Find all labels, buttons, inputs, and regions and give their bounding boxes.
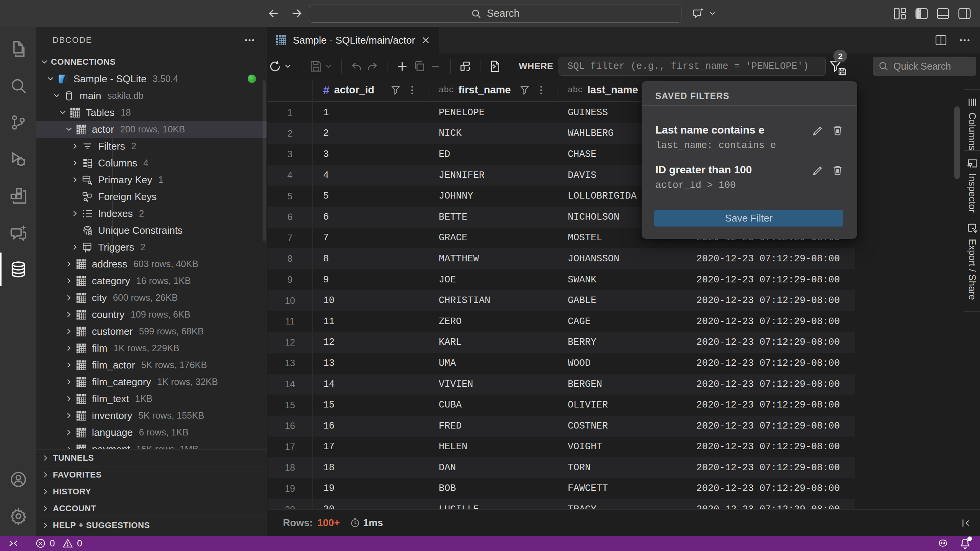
tree-item-category[interactable]: category16 rows, 1KB bbox=[36, 272, 267, 289]
redo-icon[interactable] bbox=[366, 60, 379, 73]
tree-item-actor[interactable]: actor200 rows, 10KB bbox=[36, 121, 267, 138]
cell-first_name[interactable]: HELEN bbox=[428, 441, 557, 452]
cell-actor_id[interactable]: 12 bbox=[312, 337, 428, 348]
cell-actor_id[interactable]: 11 bbox=[312, 316, 428, 327]
commit-changes-icon[interactable] bbox=[459, 60, 472, 73]
tree-item-unique-constraints[interactable]: Unique Constraints bbox=[36, 222, 267, 239]
cell-last_update[interactable]: 2020-12-23 07:12:29-08:00 bbox=[686, 399, 855, 411]
cell-last_update[interactable]: 2020-12-23 07:12:29-08:00 bbox=[686, 337, 855, 348]
sidebar-section-account[interactable]: ACCOUNT bbox=[36, 500, 267, 517]
cell-actor_id[interactable]: 13 bbox=[312, 358, 428, 369]
tree-item-address[interactable]: address603 rows, 40KB bbox=[36, 256, 267, 272]
tree-item-film-category[interactable]: film_category1K rows, 32KB bbox=[36, 373, 267, 390]
edit-filter-icon[interactable] bbox=[812, 165, 823, 176]
cell-last_name[interactable]: SWANK bbox=[557, 274, 686, 285]
edit-filter-icon[interactable] bbox=[812, 125, 823, 136]
cell-first_name[interactable]: GRACE bbox=[428, 232, 557, 243]
cell-first_name[interactable]: JENNIFER bbox=[428, 170, 557, 181]
export-data-icon[interactable] bbox=[489, 60, 501, 73]
cell-last_name[interactable]: FAWCETT bbox=[557, 483, 686, 494]
cell-last_name[interactable]: BERRY bbox=[557, 337, 686, 348]
cell-first_name[interactable]: BOB bbox=[428, 483, 557, 494]
delete-filter-icon[interactable] bbox=[832, 165, 843, 176]
tree-item-language[interactable]: language6 rows, 1KB bbox=[36, 424, 267, 441]
column-filter-icon[interactable] bbox=[390, 85, 401, 95]
cell-last_name[interactable]: CAGE bbox=[557, 316, 686, 327]
tree-item-filters[interactable]: Filters2 bbox=[36, 138, 267, 155]
cell-last_name[interactable]: VOIGHT bbox=[557, 441, 686, 452]
sidebar-section-tunnels[interactable]: TUNNELS bbox=[36, 449, 267, 466]
cell-first_name[interactable]: MATTHEW bbox=[428, 253, 557, 264]
grid-row-15[interactable]: 1515CUBAOLIVIER2020-12-23 07:12:29-08:00 bbox=[268, 395, 855, 416]
toggle-right-sidebar-icon[interactable] bbox=[957, 7, 972, 21]
remote-indicator[interactable] bbox=[8, 538, 19, 549]
tree-item-columns[interactable]: Columns4 bbox=[36, 155, 267, 171]
nav-back-icon[interactable] bbox=[267, 7, 280, 20]
cell-actor_id[interactable]: 9 bbox=[312, 274, 428, 285]
grid-row-14[interactable]: 1414VIVIENBERGEN2020-12-23 07:12:29-08:0… bbox=[268, 374, 855, 395]
split-editor-icon[interactable] bbox=[935, 34, 947, 46]
grid-row-13[interactable]: 1313UMAWOOD2020-12-23 07:12:29-08:00 bbox=[268, 353, 855, 374]
cell-last_update[interactable]: 2020-12-23 07:12:29-08:00 bbox=[686, 379, 855, 390]
cell-last_update[interactable]: 2020-12-23 07:12:29-08:00 bbox=[686, 316, 855, 327]
tree-item-foreign-keys[interactable]: Foreign Keys bbox=[36, 188, 267, 205]
notifications-bell-icon[interactable] bbox=[959, 538, 971, 549]
save-dropdown-icon[interactable] bbox=[324, 62, 333, 71]
cell-actor_id[interactable]: 8 bbox=[312, 253, 428, 264]
cell-actor_id[interactable]: 18 bbox=[312, 462, 428, 473]
undo-icon[interactable] bbox=[350, 60, 363, 73]
grid-vertical-scrollbar[interactable] bbox=[954, 106, 960, 179]
activity-bar-item-extensions[interactable] bbox=[0, 178, 36, 214]
cell-first_name[interactable]: LUCILLE bbox=[428, 504, 557, 509]
tree-item-primary-key[interactable]: Primary Key1 bbox=[36, 171, 267, 188]
cell-actor_id[interactable]: 6 bbox=[312, 212, 428, 223]
cell-actor_id[interactable]: 14 bbox=[312, 379, 428, 390]
cell-first_name[interactable]: CHRISTIAN bbox=[428, 295, 557, 306]
collapse-panel-icon[interactable] bbox=[960, 510, 972, 536]
activity-bar-item-dbcode[interactable] bbox=[0, 251, 36, 288]
cell-first_name[interactable]: NICK bbox=[428, 128, 557, 139]
column-filter-icon[interactable] bbox=[519, 85, 530, 95]
cell-actor_id[interactable]: 16 bbox=[312, 421, 428, 432]
column-header-first_name[interactable]: abcfirst_name bbox=[428, 79, 557, 101]
refresh-dropdown-icon[interactable] bbox=[283, 62, 292, 71]
tree-item-sample-sqlite[interactable]: Sample - SQLite3.50.4 bbox=[36, 70, 267, 87]
cell-actor_id[interactable]: 20 bbox=[312, 504, 428, 509]
command-center-search[interactable]: Search bbox=[309, 5, 681, 23]
column-header-actor_id[interactable]: #actor_id bbox=[312, 79, 428, 101]
cell-first_name[interactable]: JOE bbox=[428, 274, 557, 285]
grid-row-19[interactable]: 1919BOBFAWCETT2020-12-23 07:12:29-08:00 bbox=[268, 478, 855, 499]
grid-row-16[interactable]: 1616FREDCOSTNER2020-12-23 07:12:29-08:00 bbox=[268, 416, 855, 437]
toggle-left-sidebar-icon[interactable] bbox=[915, 7, 929, 21]
cell-last_name[interactable]: JOHANSSON bbox=[557, 253, 686, 264]
tree-item-film-text[interactable]: film_text1KB bbox=[36, 390, 267, 407]
cell-actor_id[interactable]: 15 bbox=[312, 399, 428, 411]
activity-bar-item-explorer[interactable] bbox=[0, 31, 36, 67]
cell-first_name[interactable]: DAN bbox=[428, 462, 557, 473]
tree-item-film-actor[interactable]: film_actor5K rows, 176KB bbox=[36, 357, 267, 373]
cell-actor_id[interactable]: 2 bbox=[312, 128, 428, 139]
cell-last_name[interactable]: BERGEN bbox=[557, 379, 686, 390]
saved-filters-button[interactable]: 2 bbox=[829, 54, 853, 79]
tree-item-triggers[interactable]: Triggers2 bbox=[36, 239, 267, 256]
grid-row-9[interactable]: 99JOESWANK2020-12-23 07:12:29-08:00 bbox=[268, 269, 855, 290]
tab-close-icon[interactable] bbox=[421, 35, 431, 45]
rail-tab-export-share[interactable]: Export / Share bbox=[964, 216, 980, 311]
refresh-button[interactable] bbox=[269, 60, 281, 73]
cell-last_name[interactable]: TORN bbox=[557, 462, 686, 473]
cell-last_update[interactable]: 2020-12-23 07:12:29-08:00 bbox=[686, 504, 855, 509]
cell-last_name[interactable]: COSTNER bbox=[557, 421, 686, 432]
grid-row-18[interactable]: 1818DANTORN2020-12-23 07:12:29-08:00 bbox=[268, 457, 855, 478]
cell-first_name[interactable]: ED bbox=[428, 149, 557, 160]
rail-tab-columns[interactable]: Columns bbox=[964, 90, 980, 150]
editor-more-actions-icon[interactable] bbox=[959, 34, 971, 46]
cell-first_name[interactable]: UMA bbox=[428, 358, 557, 369]
tree-item-customer[interactable]: customer599 rows, 68KB bbox=[36, 323, 267, 340]
cell-first_name[interactable]: PENELOPE bbox=[428, 107, 557, 118]
activity-bar-item-source-control[interactable] bbox=[0, 104, 36, 141]
tree-item-indexes[interactable]: Indexes2 bbox=[36, 205, 267, 222]
sidebar-section-help-suggestions[interactable]: HELP + SUGGESTIONS bbox=[36, 517, 267, 533]
cell-last_update[interactable]: 2020-12-23 07:12:29-08:00 bbox=[686, 421, 855, 432]
cell-last_update[interactable]: 2020-12-23 07:12:29-08:00 bbox=[686, 358, 855, 369]
sql-filter-input[interactable]: SQL filter (e.g., first_name = 'PENELOPE… bbox=[559, 57, 826, 76]
